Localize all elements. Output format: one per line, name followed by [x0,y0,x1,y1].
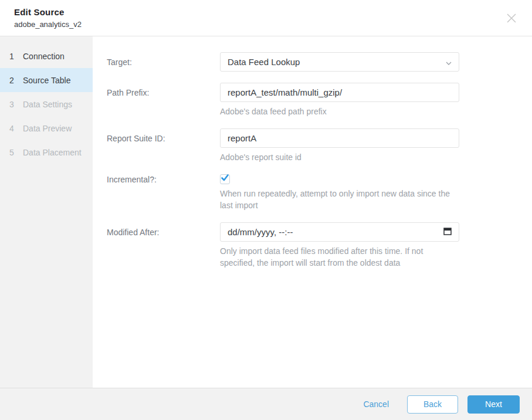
helper-text: Only import data feed files modified aft… [220,245,459,269]
step-number: 1 [9,52,23,61]
form-row-path-prefix: Path Prefix: Adobe's data feed path pref… [107,83,518,117]
check-icon [221,174,229,185]
field-label: Target: [107,52,220,72]
field-label: Report Suite ID: [107,128,220,163]
sidebar-item-data-placement[interactable]: 5 Data Placement [0,140,93,164]
step-number: 3 [9,100,23,109]
field-label: Path Prefix: [107,83,220,117]
helper-text: When run repeatedly, attempt to only imp… [220,188,459,211]
target-select-value: Data Feed Lookup [228,57,300,67]
modal-footer: Cancel Back Next [0,388,532,420]
step-label: Data Settings [23,100,72,109]
step-number: 2 [9,76,23,85]
form-row-report-suite-id: Report Suite ID: Adobe's report suite id [107,128,518,163]
form-row-incremental: Incremental?: When run repeatedly, attem… [107,174,518,211]
step-label: Data Preview [23,124,72,133]
target-select[interactable]: Data Feed Lookup [220,52,459,72]
step-number: 4 [9,124,23,133]
modal-header: Edit Source adobe_analytics_v2 [0,0,532,36]
helper-text: Adobe's report suite id [220,151,459,163]
helper-text: Adobe's data feed path prefix [220,106,459,117]
close-icon[interactable] [504,11,519,25]
sidebar-item-data-preview[interactable]: 4 Data Preview [0,116,93,140]
edit-source-modal: Edit Source adobe_analytics_v2 1 Connect… [0,0,532,420]
path-prefix-input[interactable] [220,83,459,102]
sidebar-item-data-settings[interactable]: 3 Data Settings [0,92,93,116]
step-number: 5 [9,148,23,157]
steps-sidebar: 1 Connection 2 Source Table 3 Data Setti… [0,36,93,388]
sidebar-item-connection[interactable]: 1 Connection [0,44,93,68]
source-table-form: Target: Data Feed Lookup Path Prefix: Ad… [93,36,532,388]
modified-after-input[interactable]: dd/mm/yyyy, --:-- [220,222,459,242]
field-label: Incremental?: [107,174,220,211]
cancel-button[interactable]: Cancel [363,399,389,409]
step-label: Source Table [23,76,70,85]
modal-body: 1 Connection 2 Source Table 3 Data Setti… [0,36,532,388]
page-title: Edit Source [14,7,518,17]
report-suite-id-input[interactable] [220,128,459,148]
form-row-modified-after: Modified After: dd/mm/yyyy, --:-- Only i… [107,222,518,269]
modified-after-value: dd/mm/yyyy, --:-- [228,227,293,237]
calendar-icon[interactable] [443,227,452,237]
next-button[interactable]: Next [467,395,520,414]
chevron-down-icon [446,57,452,67]
form-row-target: Target: Data Feed Lookup [107,52,518,72]
back-button[interactable]: Back [407,395,458,414]
field-label: Modified After: [107,222,220,269]
step-label: Connection [23,52,65,61]
page-subtitle: adobe_analytics_v2 [14,20,518,29]
incremental-checkbox[interactable] [220,174,230,184]
sidebar-item-source-table[interactable]: 2 Source Table [0,68,93,92]
step-label: Data Placement [23,148,82,157]
